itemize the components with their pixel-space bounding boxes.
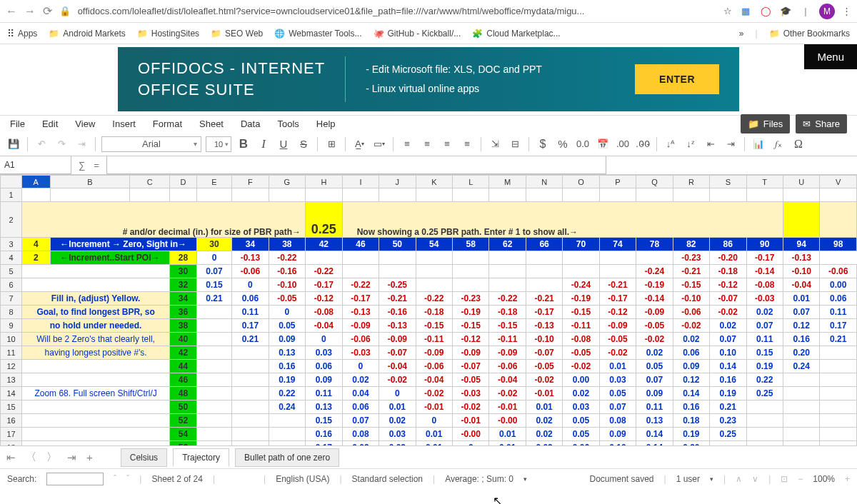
cell[interactable]: 42 [170,346,197,360]
cell[interactable] [232,373,269,387]
cell[interactable]: 0.19 [269,373,305,387]
cell[interactable]: 0.21 [232,333,269,346]
cell[interactable]: 78 [636,238,673,251]
cell[interactable]: -0.02 [673,319,709,333]
page-menu-button[interactable]: Menu [804,44,857,69]
cell[interactable]: 0.19 [710,387,746,400]
bold-button[interactable]: B [236,136,251,152]
cell[interactable]: 0.07 [746,319,783,333]
cell[interactable] [746,414,783,428]
sheet-tab-trajectory[interactable]: Trajectory [173,448,229,467]
files-button[interactable]: 📁Files [741,114,790,133]
spreadsheet[interactable]: ABCDEFGHIJKLMNOPQRSTUV12# and/or decimal… [0,175,857,446]
cell[interactable] [820,360,857,373]
cell[interactable] [269,441,305,447]
cell[interactable]: 0.19 [746,360,783,373]
cell[interactable]: 0.05 [636,360,673,373]
user-count[interactable]: 1 user [676,474,700,484]
cell[interactable]: -0.24 [636,265,673,278]
cell[interactable]: 0.15 [196,278,231,292]
cell[interactable]: 0.02 [526,414,562,428]
col-header[interactable]: J [379,176,416,188]
col-header[interactable]: G [269,176,305,188]
cell[interactable] [306,251,343,265]
date-format-button[interactable]: 📅 [595,136,611,152]
cell[interactable]: 0.16 [269,360,305,373]
col-header[interactable]: H [306,176,343,188]
cell[interactable]: -0.07 [379,346,416,360]
cell[interactable]: -0.02 [636,333,673,346]
cell[interactable]: 86 [710,238,746,251]
cell[interactable]: -0.22 [269,251,305,265]
cell[interactable]: -0.15 [416,319,452,333]
selection-mode[interactable]: Standard selection [352,474,423,484]
cell[interactable] [196,319,231,333]
cell[interactable] [196,414,231,428]
apps-shortcut[interactable]: ⠿Apps [7,28,37,39]
row-header[interactable]: 9 [1,319,22,333]
cell[interactable]: 50 [170,400,197,414]
cell[interactable]: 0.21 [820,333,857,346]
cell[interactable]: -0.17 [526,306,562,319]
cell[interactable]: 0.01 [416,441,452,447]
cell[interactable]: 0 [342,360,379,373]
cell[interactable]: 34 [232,238,269,251]
cell[interactable] [269,428,305,441]
cell[interactable]: 0.02 [526,428,562,441]
cell[interactable]: 0.14 [710,360,746,373]
cell[interactable]: -0.19 [453,306,489,319]
cell[interactable]: 0.24 [269,400,305,414]
row-header[interactable]: 10 [1,333,22,346]
cell[interactable]: ←Increment..Start POI→ [50,251,170,265]
search-down-icon[interactable]: ˇ [126,474,129,484]
cell[interactable]: ←Increment → Zero, Sight in→ [50,238,196,251]
cell[interactable]: 0.02 [563,387,599,400]
cell[interactable]: 0.06 [306,360,343,373]
cell[interactable]: -0.18 [710,265,746,278]
menu-help[interactable]: Help [316,119,336,129]
cell[interactable]: 0 [453,441,489,447]
address-bar[interactable]: 🔒 offidocs.com/loleaflet/dist/loleaflet.… [59,6,716,16]
row-header[interactable]: 7 [1,292,22,306]
equals-icon[interactable]: = [94,160,99,171]
cell[interactable]: 0.06 [563,441,599,447]
cell[interactable]: -0.21 [379,292,416,306]
cell[interactable]: -0.02 [379,373,416,387]
enter-button[interactable]: ENTER [635,64,719,94]
italic-button[interactable]: I [256,136,271,152]
menu-file[interactable]: File [10,119,25,129]
cell[interactable]: 0.08 [342,428,379,441]
row-header[interactable]: 3 [1,238,22,251]
cell[interactable]: 46 [342,238,379,251]
cell[interactable]: 36 [170,306,197,319]
cell[interactable]: -0.21 [673,265,709,278]
redo-icon[interactable]: ↷ [54,136,69,152]
cell[interactable]: 0.04 [342,387,379,400]
cell[interactable] [453,251,489,265]
cell[interactable]: 0.02 [342,373,379,387]
col-header[interactable]: L [453,176,489,188]
cell[interactable] [232,387,269,400]
cell[interactable] [489,251,526,265]
cell[interactable]: 30 [170,265,197,278]
cell[interactable] [232,360,269,373]
cell[interactable]: 0.00 [820,278,857,292]
cell[interactable] [22,265,170,278]
cell[interactable]: Zoom 68. Full screen Shift/Ctrl/J [22,387,170,400]
cell[interactable]: 4 [22,238,51,251]
cell[interactable]: -0.16 [379,306,416,319]
cell[interactable]: 0.01 [379,400,416,414]
cell[interactable]: -0.20 [710,251,746,265]
cell[interactable]: 0.07 [710,333,746,346]
cell[interactable] [526,265,562,278]
cell[interactable]: -0.17 [599,292,636,306]
cell[interactable]: 0.16 [673,400,709,414]
cell[interactable]: 0.01 [489,441,526,447]
cell[interactable]: 0 [306,333,343,346]
cell[interactable]: -0.07 [453,360,489,373]
cell[interactable]: 94 [783,238,819,251]
cell[interactable]: 0.16 [710,373,746,387]
cell[interactable]: -0.22 [416,292,452,306]
underline-button[interactable]: U [276,136,291,152]
cell[interactable]: 0.03 [563,400,599,414]
